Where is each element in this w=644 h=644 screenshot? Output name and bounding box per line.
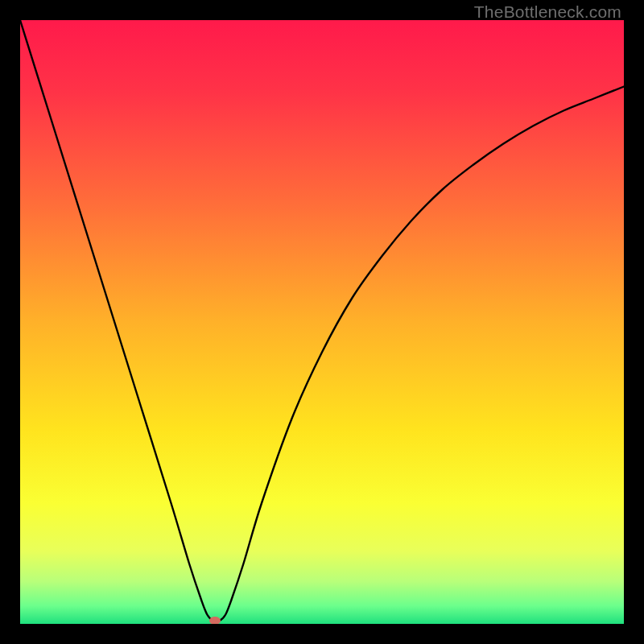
watermark-text: TheBottleneck.com — [474, 2, 621, 22]
optimal-point-marker — [209, 617, 221, 624]
chart-frame: TheBottleneck.com — [0, 0, 644, 644]
bottleneck-curve — [20, 20, 624, 624]
plot-area — [20, 20, 624, 624]
